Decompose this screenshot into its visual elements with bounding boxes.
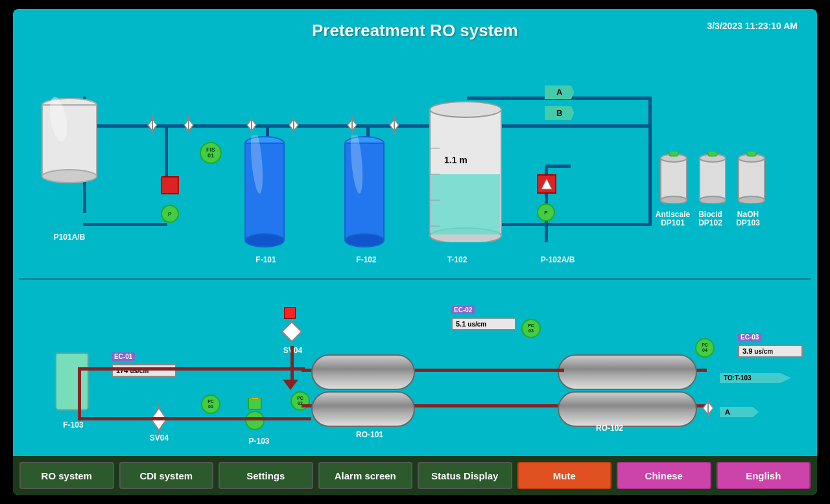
f103-tank: [55, 352, 89, 411]
pipe-right-v: [648, 97, 652, 226]
ec01-label: EC-01: [112, 352, 135, 361]
svg-marker-58: [282, 322, 302, 341]
t102-tank: [427, 97, 504, 245]
section-divider: [19, 278, 811, 280]
english-button[interactable]: English: [717, 462, 811, 489]
to-t103-label: TO:T-103: [720, 373, 791, 383]
svg-rect-42: [700, 158, 726, 200]
svg-point-57: [246, 411, 264, 430]
pipe-sv04-v: [290, 346, 294, 385]
mute-button[interactable]: Mute: [517, 462, 612, 489]
alarm-screen-button[interactable]: Alarm screen: [318, 462, 413, 489]
arrow-down: [283, 380, 298, 390]
datetime-display: 3/3/2023 11:23:10 AM: [707, 21, 798, 31]
svg-point-49: [739, 196, 765, 203]
svg-marker-36: [541, 179, 552, 189]
dp102-label: DP102: [693, 218, 728, 227]
ro102-vessel-2: [558, 391, 697, 427]
p102ab-label: P-102A/B: [528, 255, 587, 264]
ec01-display: 174 us/cm: [112, 364, 176, 377]
butterfly-valve-1[interactable]: [144, 116, 161, 134]
filter-f101: [244, 135, 286, 251]
storage-tank: [40, 93, 99, 193]
svg-rect-37: [661, 158, 687, 200]
pipe-ro-conn-1: [558, 369, 564, 372]
filter-f102: [344, 135, 386, 251]
cdi-system-button[interactable]: CDI system: [119, 462, 214, 489]
dose-tank-dp103: [735, 152, 768, 206]
svg-point-39: [661, 196, 687, 203]
ro102-vessel-1: [558, 354, 697, 390]
svg-point-2: [42, 170, 97, 183]
ec02-display: 5.1 us/cm: [451, 317, 516, 330]
sv04-left-assembly: [146, 403, 172, 438]
sv04-top-indicator: [284, 307, 296, 319]
svg-rect-56: [251, 398, 259, 399]
ro101-vessel-1: [311, 354, 415, 390]
bottom-feed-pipe: [78, 417, 311, 420]
dose-tank-dp102: [696, 152, 729, 206]
pipe-p102-h: [545, 165, 571, 168]
t102-level: 1.1 m: [444, 155, 468, 165]
sv04-top-valve: [279, 319, 305, 346]
pipe-v1: [165, 124, 168, 176]
butterfly-valve-2[interactable]: [180, 116, 197, 134]
t102-label: T-102: [428, 255, 486, 264]
biocid-label: Biocid: [693, 210, 728, 219]
p101-indicator: [161, 176, 179, 194]
p103-label: P-103: [238, 437, 280, 446]
svg-rect-50: [747, 152, 756, 156]
ec02-label: EC-02: [451, 306, 475, 314]
butterfly-valve-4[interactable]: [285, 116, 302, 134]
status-display-button[interactable]: Status Display: [418, 462, 512, 489]
svg-rect-47: [739, 158, 765, 200]
tab-b[interactable]: B: [545, 106, 574, 120]
svg-point-29: [430, 102, 501, 117]
pc01-badge: PC 01: [201, 395, 220, 414]
butterfly-valve-ro[interactable]: [699, 399, 717, 417]
butterfly-valve-5[interactable]: [344, 116, 361, 134]
chinese-button[interactable]: Chinese: [617, 462, 711, 489]
dose-tank-dp101: [658, 152, 690, 206]
antiscale-label: Antiscale: [652, 210, 694, 219]
p101-pump: P: [161, 205, 179, 223]
fis01-badge: FIS 01: [200, 142, 222, 164]
arrow-a-label: A: [720, 407, 759, 417]
pipe-p101-h2: [83, 223, 167, 226]
dp103-label: DP103: [730, 218, 766, 227]
pc02-badge: PC 02: [290, 391, 310, 411]
svg-point-24: [345, 234, 384, 247]
svg-rect-17: [245, 143, 284, 240]
svg-point-44: [700, 196, 726, 203]
svg-rect-55: [248, 398, 261, 409]
butterfly-valve-3[interactable]: [243, 116, 260, 134]
pc03-badge: PC 03: [521, 319, 541, 338]
naoh-label: NaOH: [730, 210, 766, 219]
ro-system-button[interactable]: RO system: [19, 462, 114, 489]
bottom-v-pipe: [78, 367, 81, 419]
ro101-label: RO-101: [337, 430, 402, 439]
svg-rect-45: [708, 152, 717, 156]
svg-rect-31: [431, 174, 500, 235]
f102-label: F-102: [340, 255, 392, 264]
settings-button[interactable]: Settings: [219, 462, 313, 489]
sv04-left-label: SV04: [141, 433, 177, 442]
main-screen: Pretereatment RO system 3/3/2023 11:23:1…: [13, 9, 817, 495]
dp101-label: DP101: [652, 218, 694, 227]
butterfly-valve-6[interactable]: [386, 116, 403, 134]
tab-a[interactable]: A: [545, 86, 574, 99]
ro101-vessel-2: [311, 391, 415, 427]
navbar: RO system CDI system Settings Alarm scre…: [13, 456, 817, 495]
f103-label: F-103: [51, 420, 96, 430]
ec03-label: EC-03: [738, 333, 761, 341]
f101-label: F-101: [240, 255, 292, 264]
svg-point-18: [245, 234, 284, 247]
bottom-top-feed: [78, 367, 305, 371]
pc04-badge: PC 04: [695, 338, 715, 358]
p101ab-label: P101A/B: [40, 233, 99, 242]
p103-assembly: [244, 398, 265, 433]
p102-pump-indicator: [537, 174, 556, 194]
ec03-display: 3.9 us/cm: [738, 345, 803, 358]
p102-pump: P: [537, 203, 555, 222]
svg-rect-40: [669, 152, 678, 156]
